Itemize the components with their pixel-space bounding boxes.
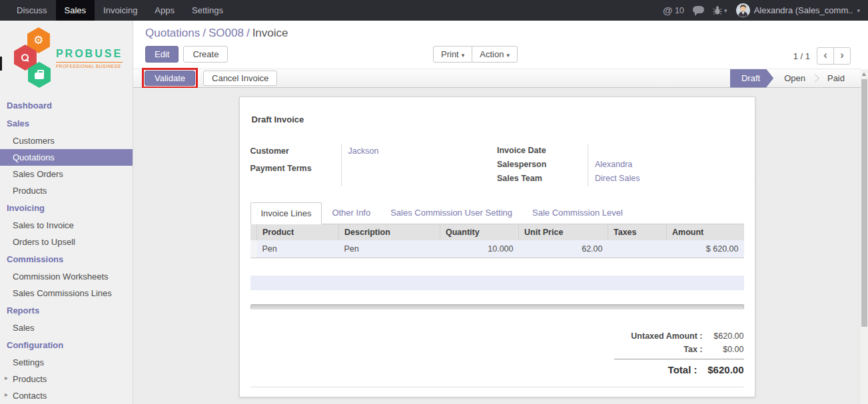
sidebar-item-quotations[interactable]: Quotations <box>0 149 133 166</box>
breadcrumb-so008[interactable]: SO008 <box>209 27 244 39</box>
scrollbar-thumb[interactable] <box>861 79 867 327</box>
untaxed-amount-value: $620.00 <box>703 329 744 343</box>
salesperson-value-link[interactable]: Alexandra <box>595 160 632 169</box>
tax-value: $0.00 <box>703 343 744 356</box>
row-handle-column <box>250 224 257 240</box>
edge-decoration <box>0 57 2 71</box>
menu-sales[interactable]: Sales <box>56 0 95 21</box>
pager-prev-button[interactable]: ‹ <box>817 47 834 65</box>
topbar-menu: Discuss Sales Invoicing Apps Settings <box>0 0 232 21</box>
invoice-form: Customer Payment Terms Jackson Invoice D… <box>250 144 744 186</box>
sidebar-item-reports-sales[interactable]: Sales <box>0 319 133 336</box>
column-unit-price[interactable]: Unit Price <box>519 224 608 240</box>
sidebar-item-commission-worksheets[interactable]: Commission Worksheets <box>0 268 133 285</box>
validate-highlight-box: Validate <box>142 68 198 89</box>
payment-terms-value <box>348 162 483 179</box>
debug-menu[interactable]: ▾ <box>713 5 727 15</box>
sidebar-heading-configuration[interactable]: Configuration <box>0 336 133 354</box>
sidebar-heading-dashboard[interactable]: Dashboard <box>0 97 133 114</box>
sidebar-heading-sales[interactable]: Sales <box>0 114 133 132</box>
sidebar-heading-reports[interactable]: Reports <box>0 302 133 319</box>
table-header-row: Product Description Quantity Unit Price … <box>250 224 744 240</box>
invoice-title: Draft Invoice <box>252 114 744 124</box>
vertical-scrollbar[interactable] <box>861 69 868 404</box>
pager-next-button[interactable]: › <box>833 47 851 65</box>
expand-right-icon: ▸ <box>5 374 8 381</box>
sidebar: ⚙ PROBUSE PROFESSIONAL BUSINESS Dashboar… <box>0 21 133 404</box>
mention-counter[interactable]: @ 10 <box>663 5 684 16</box>
sidebar-item-settings[interactable]: Settings <box>0 354 133 371</box>
cancel-invoice-button[interactable]: Cancel Invoice <box>203 71 277 86</box>
sidebar-heading-invoicing[interactable]: Invoicing <box>0 199 133 217</box>
customer-value-link[interactable]: Jackson <box>348 146 379 156</box>
column-description[interactable]: Description <box>339 224 440 240</box>
create-button[interactable]: Create <box>183 46 228 63</box>
tab-other-info[interactable]: Other Info <box>322 202 380 224</box>
status-step-paid[interactable]: Paid <box>817 69 855 88</box>
sidebar-item-products[interactable]: Products <box>0 182 133 199</box>
caret-down-icon: ▾ <box>462 52 465 59</box>
caret-down-icon: ▾ <box>857 7 860 14</box>
invoice-sheet: Draft Invoice Customer Payment Terms Jac… <box>239 97 755 397</box>
brand-tagline: PROFESSIONAL BUSINESS <box>56 62 123 69</box>
status-step-draft[interactable]: Draft <box>730 69 773 88</box>
tab-sales-commission-user-setting[interactable]: Sales Commission User Setting <box>380 202 522 224</box>
sales-team-value-link[interactable]: Direct Sales <box>595 174 640 183</box>
sidebar-item-sales-commissions-lines[interactable]: Sales Commissions Lines <box>0 285 133 302</box>
salesperson-label: Salesperson <box>497 158 588 172</box>
user-menu[interactable]: Alexandra (Sales_comm.. ▾ <box>736 3 860 17</box>
sheet-bottom-divider <box>250 387 744 387</box>
print-dropdown-button[interactable]: Print▾ <box>433 46 472 63</box>
menu-settings[interactable]: Settings <box>183 0 232 21</box>
horizontal-scrollbar[interactable] <box>250 304 744 309</box>
caret-down-icon: ▾ <box>506 52 510 59</box>
menu-discuss[interactable]: Discuss <box>8 0 56 21</box>
row-handle <box>250 240 257 258</box>
action-dropdown-button[interactable]: Action▾ <box>472 46 518 63</box>
main-content: Quotations/SO008/Invoice Edit Create Pri… <box>133 21 868 404</box>
cell-amount: $ 620.00 <box>667 240 744 258</box>
empty-line-band <box>250 276 744 290</box>
invoice-totals: Untaxed Amount : $620.00 Tax : $0.00 Tot… <box>614 329 744 379</box>
column-product[interactable]: Product <box>257 224 339 240</box>
menu-apps[interactable]: Apps <box>146 0 183 21</box>
mention-count: 10 <box>675 5 684 15</box>
breadcrumb-invoice: Invoice <box>252 27 288 39</box>
record-pager: 1 / 1 ‹ › <box>793 47 851 65</box>
form-canvas: Draft Invoice Customer Payment Terms Jac… <box>133 88 861 404</box>
sales-team-label: Sales Team <box>497 172 588 186</box>
chat-icon[interactable] <box>693 6 704 13</box>
total-label: Total : <box>614 361 697 379</box>
logo-hexagons: ⚙ <box>14 27 53 89</box>
tab-invoice-lines[interactable]: Invoice Lines <box>250 202 322 224</box>
at-icon: @ <box>663 5 673 16</box>
status-step-open[interactable]: Open <box>773 69 816 88</box>
breadcrumb-separator: / <box>244 27 252 39</box>
totals-divider <box>614 359 744 359</box>
sidebar-item-config-products[interactable]: ▸Products <box>0 371 133 387</box>
table-row[interactable]: Pen Pen 10.000 62.00 $ 620.00 <box>250 240 744 258</box>
scrollbar-up-arrow[interactable] <box>861 69 868 78</box>
breadcrumb: Quotations/SO008/Invoice <box>145 27 857 40</box>
sidebar-heading-commissions[interactable]: Commissions <box>0 250 133 268</box>
tab-sale-commission-level[interactable]: Sale Commission Level <box>522 202 633 224</box>
edit-button[interactable]: Edit <box>145 46 179 63</box>
customer-label: Customer <box>250 144 341 162</box>
expand-right-icon: ▸ <box>5 391 8 398</box>
cell-description: Pen <box>339 240 440 258</box>
untaxed-amount-label: Untaxed Amount : <box>614 329 703 343</box>
column-amount[interactable]: Amount <box>667 224 744 240</box>
payment-terms-label: Payment Terms <box>250 162 341 179</box>
sidebar-item-sales-to-invoice[interactable]: Sales to Invoice <box>0 217 133 234</box>
column-taxes[interactable]: Taxes <box>608 224 667 240</box>
breadcrumb-quotations[interactable]: Quotations <box>145 27 200 39</box>
column-quantity[interactable]: Quantity <box>440 224 519 240</box>
sidebar-item-config-contacts[interactable]: ▸Contacts <box>0 387 133 404</box>
tax-label: Tax : <box>614 343 703 356</box>
sidebar-item-sales-orders[interactable]: Sales Orders <box>0 166 133 182</box>
sidebar-item-customers[interactable]: Customers <box>0 132 133 149</box>
validate-button[interactable]: Validate <box>145 71 195 86</box>
sidebar-item-orders-to-upsell[interactable]: Orders to Upsell <box>0 234 133 250</box>
menu-invoicing[interactable]: Invoicing <box>95 0 146 21</box>
total-value: $620.00 <box>697 361 744 379</box>
